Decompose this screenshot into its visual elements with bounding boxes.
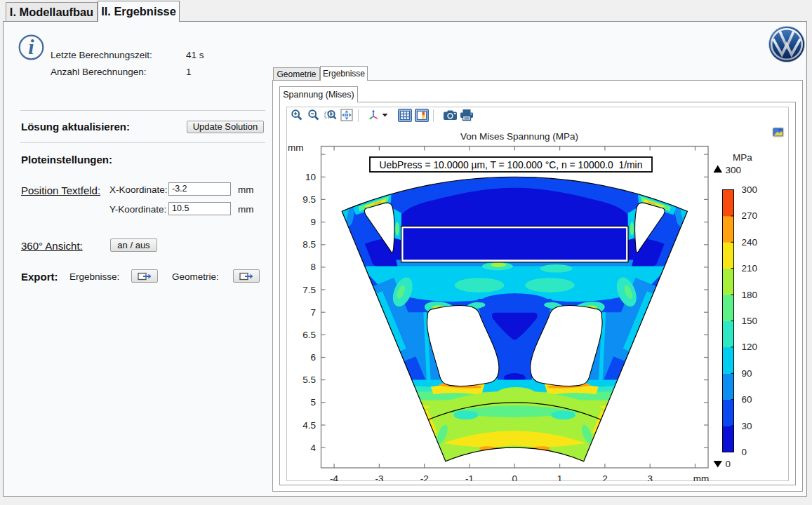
svg-text:0: 0 bbox=[726, 459, 731, 469]
svg-text:UebPress = 10.0000 µm, T = 100: UebPress = 10.0000 µm, T = 100.000 °C, n… bbox=[380, 159, 643, 170]
svg-text:-4: -4 bbox=[330, 473, 338, 481]
svg-text:5.5: 5.5 bbox=[302, 375, 316, 385]
svg-text:300: 300 bbox=[742, 184, 758, 195]
svg-text:240: 240 bbox=[742, 237, 758, 248]
svg-text:60: 60 bbox=[742, 394, 752, 405]
svg-text:i: i bbox=[28, 35, 34, 58]
svg-text:120: 120 bbox=[742, 342, 758, 352]
svg-text:2: 2 bbox=[602, 473, 608, 481]
svg-text:150: 150 bbox=[742, 316, 758, 326]
svg-text:mm: mm bbox=[288, 142, 304, 153]
svg-text:0: 0 bbox=[742, 447, 747, 457]
svg-text:mm: mm bbox=[693, 473, 710, 481]
svg-text:6.5: 6.5 bbox=[302, 330, 316, 340]
svg-text:5: 5 bbox=[310, 397, 316, 408]
svg-text:10: 10 bbox=[305, 172, 316, 182]
svg-text:MPa: MPa bbox=[733, 152, 752, 163]
svg-text:3: 3 bbox=[647, 473, 653, 481]
svg-text:90: 90 bbox=[742, 368, 752, 379]
svg-text:4: 4 bbox=[310, 443, 316, 453]
svg-text:Von Mises Spannung (MPa): Von Mises Spannung (MPa) bbox=[460, 131, 578, 142]
svg-text:6: 6 bbox=[310, 352, 316, 363]
svg-text:9: 9 bbox=[310, 217, 316, 227]
svg-text:4.5: 4.5 bbox=[302, 420, 316, 431]
svg-text:7.5: 7.5 bbox=[302, 285, 316, 295]
svg-text:0: 0 bbox=[512, 473, 518, 481]
svg-text:-3: -3 bbox=[375, 473, 383, 481]
svg-text:270: 270 bbox=[742, 210, 758, 221]
svg-text:210: 210 bbox=[742, 263, 758, 274]
svg-text:-2: -2 bbox=[420, 473, 429, 481]
svg-text:7: 7 bbox=[310, 307, 316, 318]
svg-text:9.5: 9.5 bbox=[302, 194, 316, 205]
svg-text:8: 8 bbox=[310, 262, 316, 272]
svg-text:300: 300 bbox=[726, 165, 742, 175]
svg-text:-1: -1 bbox=[465, 473, 474, 481]
svg-text:1: 1 bbox=[557, 473, 563, 481]
svg-text:8.5: 8.5 bbox=[302, 239, 316, 250]
svg-text:30: 30 bbox=[742, 421, 752, 431]
svg-text:180: 180 bbox=[742, 290, 758, 300]
